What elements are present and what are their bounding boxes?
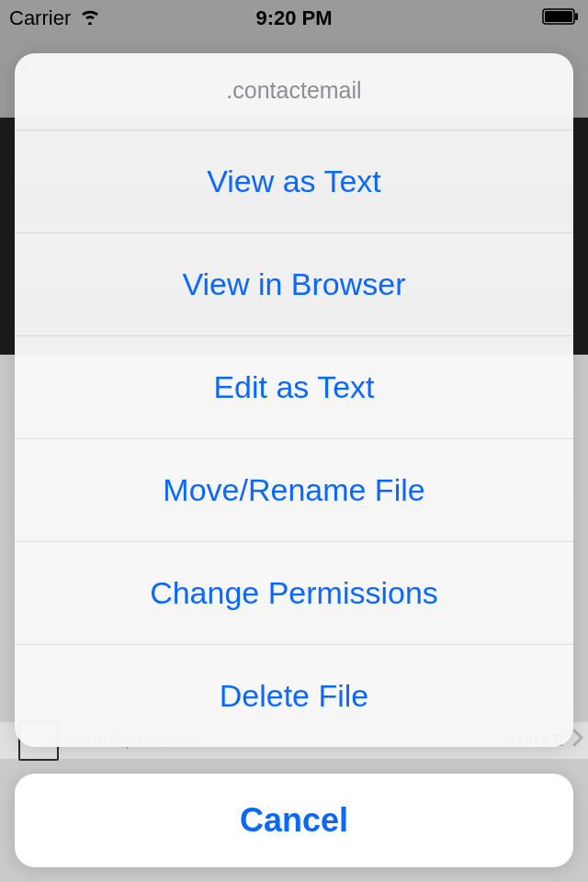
- action-delete-file[interactable]: Delete File: [15, 645, 573, 747]
- action-view-in-browser[interactable]: View in Browser: [15, 233, 573, 336]
- sheet-title: .contactemail: [15, 53, 573, 130]
- action-sheet: .contactemail View as Text View in Brows…: [15, 53, 573, 747]
- action-edit-as-text[interactable]: Edit as Text: [15, 336, 573, 439]
- cancel-button[interactable]: Cancel: [15, 774, 573, 867]
- action-view-as-text[interactable]: View as Text: [15, 130, 573, 233]
- action-move-rename-file[interactable]: Move/Rename File: [15, 439, 573, 542]
- action-change-permissions[interactable]: Change Permissions: [15, 542, 573, 645]
